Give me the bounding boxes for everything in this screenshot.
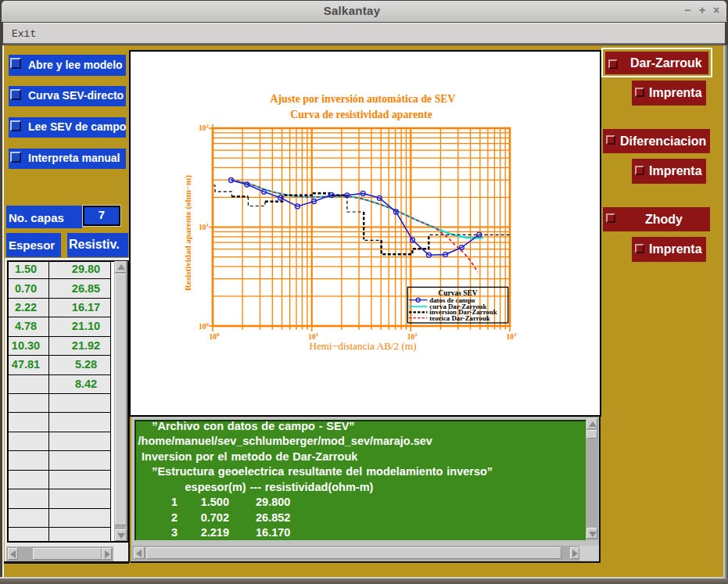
svg-text:101: 101 bbox=[308, 331, 319, 341]
svg-text:100: 100 bbox=[210, 331, 221, 341]
svg-text:102: 102 bbox=[199, 123, 210, 132]
svg-text:Resistividad aparente (ohm−m): Resistividad aparente (ohm−m) bbox=[183, 175, 193, 291]
svg-text:100: 100 bbox=[199, 321, 210, 331]
svg-text:Curva de resistividad aparente: Curva de resistividad aparente bbox=[290, 109, 432, 120]
svg-text:teorica Dar-Zarrouk: teorica Dar-Zarrouk bbox=[429, 314, 490, 322]
svg-text:101: 101 bbox=[199, 222, 210, 231]
svg-text:Ajuste por inversión automátic: Ajuste por inversión automática de SEV bbox=[271, 93, 456, 105]
svg-text:102: 102 bbox=[407, 331, 418, 341]
svg-text:103: 103 bbox=[507, 331, 518, 341]
svg-text:Hemi−distancia AB/2 (m): Hemi−distancia AB/2 (m) bbox=[309, 340, 416, 352]
